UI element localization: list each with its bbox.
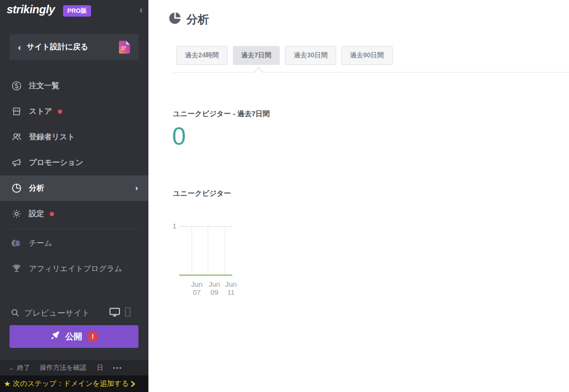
sidebar-item-label: チーム <box>29 238 52 248</box>
sidebar-item-label: プロモーション <box>29 158 83 168</box>
sidebar-divider <box>9 229 138 229</box>
app-window: strikingly PRO版 ‹ ‹ サイト設計に戻る <box>0 0 569 392</box>
users-icon <box>10 131 22 143</box>
analytics-panel: 分析 過去24時間 過去7日間 過去30日間 過去90日間 ユニークビジター -… <box>148 0 569 392</box>
mobile-icon[interactable] <box>125 307 131 319</box>
tab-last-90-days[interactable]: 過去90日間 <box>341 46 393 65</box>
sidebar-nav: 注文一覧 ストア <box>0 73 148 227</box>
strikingly-logo: strikingly <box>7 3 55 16</box>
sidebar-item-label: ストア <box>29 107 52 117</box>
tab-last-30-days[interactable]: 過去30日間 <box>285 46 336 65</box>
sidebar-item-label: 分析 <box>29 183 44 193</box>
sidebar-item-label: 設定 <box>29 209 44 219</box>
page-title: 分析 <box>168 11 209 27</box>
chevron-left-icon: ‹ <box>18 42 21 53</box>
metric-value: 0 <box>172 122 186 151</box>
sidebar-item-team[interactable]: チーム <box>0 230 148 256</box>
publish-alert-badge: ! <box>88 331 98 342</box>
chart-heading: ユニークビジター <box>173 189 231 198</box>
unique-visitors-chart: 1 Jun 07 Jun 09 Jun 11 <box>179 226 232 276</box>
y-axis-tick: 1 <box>168 222 176 230</box>
pie-chart-icon <box>168 11 182 27</box>
active-tab-notch <box>253 67 264 78</box>
desktop-icon[interactable] <box>109 306 121 320</box>
help-link[interactable]: 操作方法を確認 <box>40 364 86 372</box>
arrow-left-icon: ← <box>9 364 15 372</box>
back-to-site-editor-button[interactable]: ‹ サイト設計に戻る <box>9 34 138 60</box>
language-toggle[interactable]: 日 <box>97 364 103 372</box>
star-icon: ★ <box>4 379 10 388</box>
chart-zero-line <box>179 274 232 276</box>
back-to-site-editor-label: サイト設計に戻る <box>27 42 88 52</box>
exit-label: 終了 <box>17 364 30 372</box>
device-toggle-icons <box>109 306 138 320</box>
exit-button[interactable]: ← 終了 <box>9 364 30 372</box>
x-axis-tick: Jun 07 <box>188 280 205 297</box>
more-options-icon[interactable]: ••• <box>113 365 122 372</box>
notification-dot <box>50 212 54 216</box>
notification-dot <box>58 109 62 114</box>
sidebar-item-promotion[interactable]: プロモーション <box>0 150 148 175</box>
rocket-icon <box>50 330 60 343</box>
tab-last-24-hours[interactable]: 過去24時間 <box>176 46 228 65</box>
next-step-bar[interactable]: ★ 次のステップ：ドメインを追加する <box>0 375 148 392</box>
collapse-sidebar-icon[interactable]: ‹ <box>139 4 143 15</box>
trophy-icon <box>10 263 22 275</box>
chart-vertical-gridline <box>192 226 192 275</box>
chart-vertical-gridline <box>208 226 208 275</box>
sidebar-footer: ← 終了 操作方法を確認 日 ••• <box>0 360 148 375</box>
sidebar-item-label: 注文一覧 <box>29 81 59 91</box>
store-icon <box>10 106 22 118</box>
site-document-icon <box>119 41 130 54</box>
sidebar-item-subscribers[interactable]: 登録者リスト <box>0 124 148 150</box>
dollar-circle-icon <box>10 80 22 92</box>
sidebar-item-affiliate[interactable]: アフィリエイトプログラム <box>0 256 148 282</box>
sidebar: strikingly PRO版 ‹ ‹ サイト設計に戻る <box>0 0 148 392</box>
sidebar-item-label: アフィリエイトプログラム <box>29 264 122 274</box>
page-title-label: 分析 <box>186 12 209 27</box>
chevron-right-icon <box>130 380 136 388</box>
sidebar-item-store[interactable]: ストア <box>0 99 148 124</box>
team-avatars-icon <box>10 237 22 249</box>
tab-last-7-days[interactable]: 過去7日間 <box>233 46 280 65</box>
sidebar-secondary-nav: チーム アフィリエイトプログラム <box>0 230 148 282</box>
gear-icon <box>10 208 22 220</box>
publish-button[interactable]: 公開 ! <box>9 325 138 348</box>
megaphone-icon <box>10 157 22 169</box>
time-range-tabs: 過去24時間 過去7日間 過去30日間 過去90日間 <box>176 46 393 65</box>
x-axis-tick: Jun 09 <box>206 280 223 297</box>
pie-chart-icon <box>10 182 22 194</box>
metric-heading: ユニークビジター - 過去7日間 <box>173 109 270 119</box>
sidebar-item-settings[interactable]: 設定 <box>0 201 148 227</box>
chevron-right-icon: › <box>135 183 138 193</box>
publish-label: 公開 <box>65 331 83 342</box>
x-axis-tick: Jun 11 <box>222 280 239 297</box>
preview-site-row[interactable]: プレビューサイト <box>10 303 138 322</box>
sidebar-item-analytics[interactable]: 分析 › <box>0 175 148 201</box>
sidebar-item-orders[interactable]: 注文一覧 <box>0 73 148 99</box>
tabs-divider <box>173 72 569 73</box>
sidebar-item-label: 登録者リスト <box>29 132 75 142</box>
chart-vertical-gridline <box>225 226 225 275</box>
preview-site-label: プレビューサイト <box>24 308 90 319</box>
next-step-label: 次のステップ：ドメインを追加する <box>13 379 128 388</box>
magnifier-icon <box>10 308 20 318</box>
pro-badge: PRO版 <box>63 5 91 17</box>
